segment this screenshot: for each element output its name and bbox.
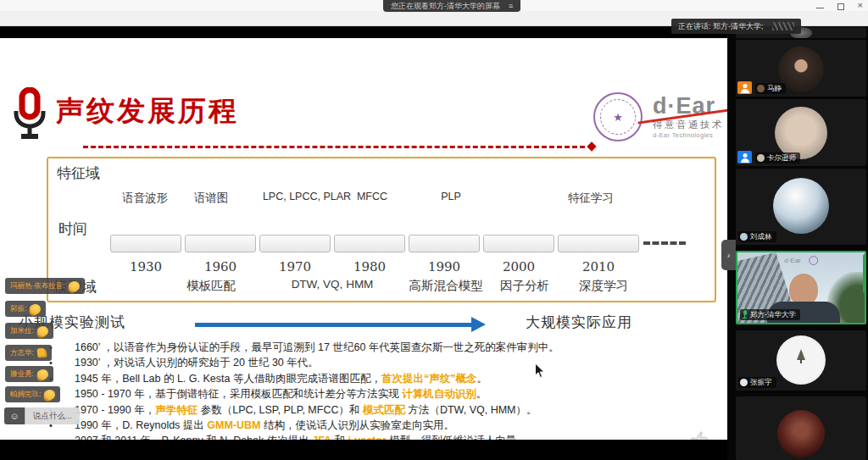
hamburger-icon[interactable]: ≡ [509,2,513,10]
timeline-model-label: 高斯混合模型 [409,278,483,294]
slide-title: 声纹发展历程 [56,92,239,130]
participant-tile[interactable]: d·Ear郑方-清华大学 [736,251,866,324]
bullet-item: •1990 年，D. Reynolds 提出 GMM-UBM 结构，使说话人识别… [41,418,722,433]
transition-right-label: 大规模实际应用 [526,313,632,332]
chat-placeholder[interactable]: 说点什么... [25,407,80,424]
timeline-feature-label: 语谱图 [194,191,229,206]
participant-name: 张振宇 [750,378,772,388]
timeline-diagram: 特征域 时间 模型域 语音波形语谱图LPC, LPCC, PLARMFCCPLP… [47,157,716,302]
dear-brand-en: d-Ear Technologies [653,131,727,139]
timeline-feature-label: MFCC [357,191,387,202]
timeline-continuation-dashes [643,241,686,245]
clap-emoji [43,388,57,401]
timeline-bar [558,235,639,252]
chat-input[interactable]: ☺ 说点什么... [4,407,80,424]
meeting-window: 您正在观看郑方-清华大学的屏幕 ≡ × i ✓ 者视图 ▾ 正在讲话: 郑方-清… [0,0,868,460]
participant-name: 卡尔逊师 [767,153,796,163]
reaction-bubble: 滕业勇: [5,366,53,382]
watermark-logo [772,22,794,30]
profile-badge-icon [737,81,752,94]
timeline-bar [409,235,480,252]
clap-emoji [29,302,42,315]
clap-emoji [67,280,81,292]
participant-name-badge: 张振宇 [738,377,776,388]
avatar [775,107,827,159]
bullet-item: •1970 - 1990 年，声学特征 参数（LPC, LSP, PLP, MF… [41,402,722,418]
reaction-bubble: 郭振: [5,301,46,317]
bullet-item: •2007 和 2011 年，P. Kenny 和 N. Dehak 依次提出 … [41,433,722,440]
sidebar-scrollbar[interactable] [863,254,866,293]
participant-name-badge: 马静 [755,83,786,94]
avatar [776,335,826,385]
participant-name-badge: 刘成林 [738,231,776,242]
profile-badge-icon [737,151,752,163]
mouse-cursor [534,363,545,382]
timeline-year-label: 1960 [204,259,236,274]
timeline-year-label: 1970 [279,259,311,274]
timeline-feature-label: 语音波形 [122,191,168,206]
shared-screen-slide: 声纹发展历程 ★ d·Ear 得意音通技术 d-Ear Technologies… [0,38,727,440]
timeline-model-label: 因子分析 [500,278,549,294]
timeline-year-label: 1990 [428,259,460,274]
participant-tile[interactable]: 张振宇 [736,330,866,391]
reaction-bubble: 帕姆完玖: [5,386,60,402]
dear-logo: d·Ear 得意音通技术 d-Ear Technologies [653,94,727,139]
timeline-model-label: DTW, VQ, HMM [292,278,374,291]
participants-sidebar: 马静卡尔逊师刘成林d·Ear郑方-清华大学张振宇 [727,26,868,460]
participant-tile[interactable]: 马静 [736,40,866,97]
minimize-button[interactable] [816,8,824,8]
watching-banner-label: 您正在观看郑方-清华大学的屏幕 [391,1,500,12]
smiley-icon[interactable]: ☺ [4,407,25,424]
clap-emoji [36,368,50,380]
sidebar-collapse-chevron[interactable]: › [721,240,736,270]
title-underline [83,146,585,148]
timeline-model-label: 深度学习 [579,278,628,294]
like-button[interactable]: 1165 [685,430,715,440]
timeline-bar [483,235,554,252]
participant-tile[interactable] [736,396,866,460]
bullet-list: •1660’ ，以语音作为身份认证的手段，最早可追溯到 17 世纪60 年代英国… [41,340,722,440]
timeline-year-label: 2000 [503,259,535,274]
feature-domain-label: 特征域 [57,163,100,183]
close-button[interactable]: × [858,1,863,10]
restore-button[interactable] [837,3,844,10]
timeline-year-label: 1980 [353,259,386,274]
speaking-indicator: 正在讲话: 郑方-清华大学; [671,19,801,34]
speaking-indicator-label: 正在讲话: 郑方-清华大学; [678,21,764,32]
thumbs-up-icon [690,430,710,440]
timeline-bar [185,235,256,252]
avatar [777,410,825,457]
mic-on-icon [742,310,748,319]
participant-tile[interactable]: 卡尔逊师 [736,99,866,166]
avatar [773,178,829,234]
tsinghua-seal-logo: ★ [593,92,643,141]
thumbs-up-emoji [36,347,47,357]
clap-emoji [36,324,50,337]
bullet-item: •1945 年，Bell Lab 的 L. G. Kesta 等人借助肉眼完成语… [41,371,722,386]
timeline-model-label: 模板匹配 [186,278,236,294]
reaction-bubble: 方志华: [5,345,52,361]
timeline-feature-label: PLP [441,191,461,202]
microphone-icon [12,87,47,145]
timeline-feature-label: 特征学习 [568,191,614,206]
participant-name: 郑方-清华大学 [750,310,796,320]
participant-name-badge: 卡尔逊师 [755,152,800,163]
timeline-bar [334,235,405,252]
reaction-bubble: 玛丽热·依布拉音: [5,278,85,294]
participant-tile[interactable]: 刘成林 [736,169,866,245]
bullet-item: •1950 - 1970 年，基于倒谱特征，采用模板匹配和统计差分等方法实现 计… [41,386,722,402]
time-label: 时间 [58,219,87,239]
participant-name-badge: 郑方-清华大学 [740,309,800,320]
bullet-item: •1660’ ，以语音作为身份认证的手段，最早可追溯到 17 世纪60 年代英国… [41,340,722,355]
transition-arrow [195,323,473,327]
seal-star: ★ [613,111,623,124]
window-controls: × [816,1,863,10]
bullet-item: •1930’ ，对说话人识别的研究始于 20 世纪 30 年代。 [41,355,722,370]
timeline-feature-label: LPC, LPCC, PLAR [263,191,351,202]
timeline-year-label: 2010 [582,259,615,274]
timeline-bar [110,235,181,252]
watching-banner: 您正在观看郑方-清华大学的屏幕 ≡ [383,0,520,12]
participant-name: 刘成林 [750,232,772,242]
timeline-bar [259,235,331,252]
reaction-bubble: 加米拉: [5,323,53,339]
